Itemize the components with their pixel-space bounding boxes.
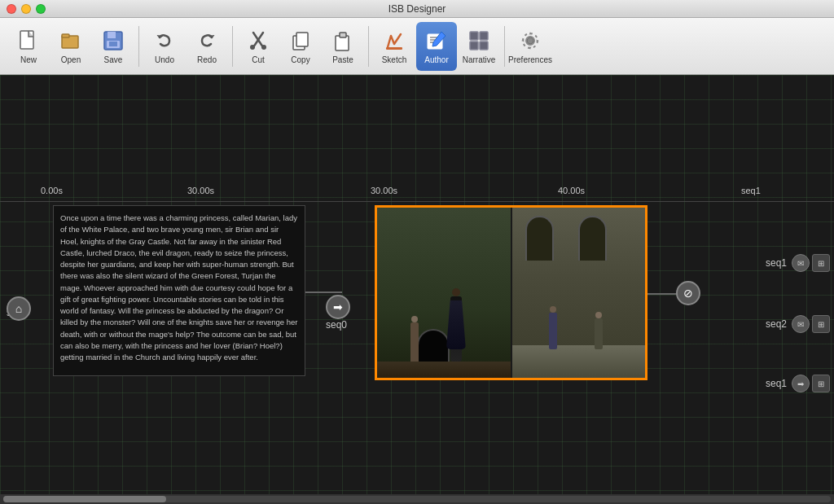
home-icon: ⌂ bbox=[15, 302, 22, 315]
sketch-icon bbox=[381, 28, 407, 54]
open-button[interactable]: Open bbox=[50, 22, 91, 71]
canvas-area[interactable]: 0.00s 30.00s 30.00s 40.00s seq1 seq0 ⌂ O… bbox=[0, 75, 834, 504]
svg-rect-6 bbox=[109, 42, 117, 46]
right-seq2-label: seq2 bbox=[766, 318, 787, 330]
redo-icon bbox=[194, 28, 220, 54]
svg-point-24 bbox=[527, 37, 533, 44]
arch-right-1 bbox=[525, 216, 554, 261]
undo-icon bbox=[151, 28, 178, 54]
no-icon: ⊘ bbox=[683, 287, 693, 300]
figure-head bbox=[452, 288, 460, 296]
scrollbar-thumb[interactable] bbox=[3, 496, 166, 502]
story-text-block: Once upon a time there was a charming pr… bbox=[53, 205, 305, 376]
horizontal-scrollbar[interactable] bbox=[0, 494, 834, 504]
app-title: ISB Designer bbox=[388, 3, 446, 15]
svg-rect-22 bbox=[470, 42, 478, 50]
svg-rect-0 bbox=[20, 31, 33, 49]
author-icon bbox=[424, 28, 450, 54]
svg-rect-20 bbox=[470, 32, 478, 40]
video-block[interactable] bbox=[375, 205, 647, 380]
preferences-label: Preferences bbox=[508, 55, 552, 64]
author-button[interactable]: Author bbox=[416, 22, 457, 71]
figure-right-2-head bbox=[595, 312, 602, 318]
svg-rect-14 bbox=[340, 33, 346, 37]
copy-button[interactable]: Copy bbox=[280, 22, 321, 71]
no-button[interactable]: ⊘ bbox=[676, 281, 700, 305]
svg-rect-2 bbox=[62, 34, 69, 37]
right-seq1-label: seq1 bbox=[766, 257, 787, 269]
ruler-line bbox=[0, 201, 834, 202]
stone-floor bbox=[512, 345, 646, 378]
time-label-seq1-right: seq1 bbox=[741, 182, 761, 197]
open-label: Open bbox=[61, 55, 81, 64]
scrollbar-track bbox=[3, 496, 831, 502]
svg-point-10 bbox=[261, 45, 266, 50]
seq0-center-label: seq0 bbox=[326, 319, 347, 331]
copy-icon bbox=[288, 28, 314, 54]
cut-button[interactable]: Cut bbox=[238, 22, 279, 71]
toolbar: New Open Save bbox=[0, 18, 834, 75]
connector-right bbox=[647, 293, 680, 295]
seq2-envelope-icon[interactable]: ✉ bbox=[792, 315, 810, 333]
preferences-button[interactable]: Preferences bbox=[510, 22, 551, 71]
file-tools: New Open Save bbox=[8, 22, 134, 71]
time-label-40: 40.00s bbox=[558, 182, 585, 197]
cut-label: Cut bbox=[252, 55, 265, 64]
arrow-button-center[interactable]: ➡ bbox=[326, 295, 350, 319]
video-inner bbox=[377, 208, 645, 378]
save-label: Save bbox=[104, 55, 123, 64]
svg-rect-15 bbox=[386, 47, 402, 50]
new-label: New bbox=[20, 55, 37, 64]
right-seq2-icons: ✉ ⊞ bbox=[792, 315, 830, 333]
right-seq1-row: seq1 ✉ ⊞ bbox=[766, 254, 830, 272]
close-button[interactable] bbox=[7, 4, 16, 14]
svg-rect-21 bbox=[480, 32, 488, 40]
open-icon bbox=[58, 28, 84, 54]
svg-rect-23 bbox=[480, 42, 488, 50]
undo-button[interactable]: Undo bbox=[144, 22, 185, 71]
sep3 bbox=[368, 26, 369, 67]
small-figure-head-left bbox=[411, 316, 418, 322]
home-button[interactable]: ⌂ bbox=[7, 296, 31, 321]
new-button[interactable]: New bbox=[8, 22, 49, 71]
time-label-30b: 30.00s bbox=[371, 182, 397, 197]
traffic-lights bbox=[7, 4, 46, 14]
right-seq1b-icons: ➡ ⊞ bbox=[792, 375, 830, 392]
seq1b-arrow-icon[interactable]: ➡ bbox=[792, 375, 810, 392]
video-scene-right bbox=[512, 208, 646, 378]
minimize-button[interactable] bbox=[21, 4, 31, 14]
redo-button[interactable]: Redo bbox=[187, 22, 227, 71]
figure-right-2 bbox=[595, 318, 603, 349]
preferences-icon bbox=[517, 28, 543, 54]
paste-label: Paste bbox=[332, 55, 353, 64]
maximize-button[interactable] bbox=[36, 4, 46, 14]
arch-right-2 bbox=[578, 216, 607, 261]
copy-label: Copy bbox=[291, 55, 309, 64]
save-icon bbox=[100, 28, 126, 54]
seq2-grid-icon[interactable]: ⊞ bbox=[812, 315, 830, 333]
titlebar: ISB Designer bbox=[0, 0, 834, 18]
mode-tools: Sketch Author bbox=[374, 22, 499, 71]
connector-left bbox=[305, 291, 342, 293]
sketch-button[interactable]: Sketch bbox=[374, 22, 415, 71]
sep1 bbox=[138, 26, 139, 67]
svg-point-9 bbox=[250, 45, 255, 50]
seq1b-grid-icon[interactable]: ⊞ bbox=[812, 375, 830, 392]
seq1-grid-icon[interactable]: ⊞ bbox=[812, 254, 830, 272]
save-button[interactable]: Save bbox=[93, 22, 134, 71]
svg-rect-12 bbox=[296, 33, 308, 46]
figure-right-1 bbox=[549, 313, 557, 349]
paste-button[interactable]: Paste bbox=[323, 22, 363, 71]
story-text-content: Once upon a time there was a charming pr… bbox=[54, 206, 305, 370]
seq1-envelope-icon[interactable]: ✉ bbox=[792, 254, 810, 272]
time-label-30a: 30.00s bbox=[187, 182, 214, 197]
right-seq2-row: seq2 ✉ ⊞ bbox=[766, 315, 830, 333]
small-figure-left bbox=[410, 322, 419, 363]
right-seq1b-label: seq1 bbox=[766, 378, 787, 389]
undo-label: Undo bbox=[155, 55, 174, 64]
new-icon bbox=[15, 28, 42, 54]
narrative-label: Narrative bbox=[463, 55, 496, 64]
narrative-button[interactable]: Narrative bbox=[459, 22, 499, 71]
cut-icon bbox=[245, 28, 271, 54]
author-label: Author bbox=[424, 55, 448, 64]
